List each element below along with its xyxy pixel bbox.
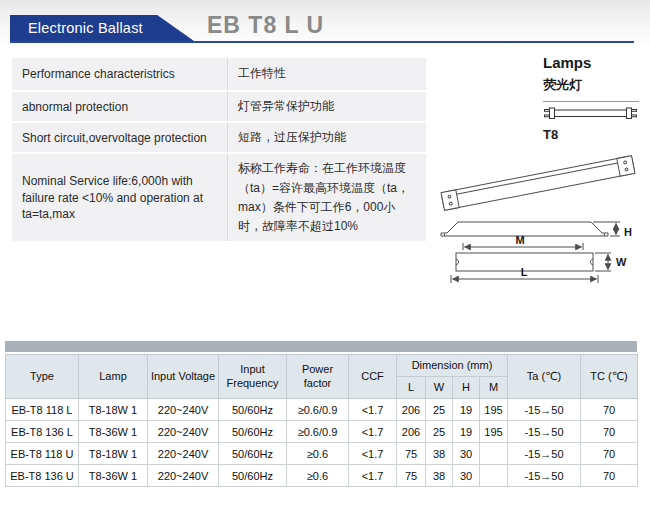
cell-frequency: 50/60Hz: [219, 465, 287, 487]
dim-label-h: H: [624, 226, 632, 238]
perf-cell-en: abnormal protection: [12, 92, 228, 121]
ballast-side-view: H: [441, 222, 632, 238]
col-header-type: Type: [6, 355, 79, 399]
cell-dim-w: 25: [426, 399, 453, 421]
table-row: EB-T8 136 U T8-36W 1 220~240V 50/60Hz ≥0…: [6, 465, 638, 487]
cell-dim-h: 30: [453, 443, 480, 465]
cell-ta: -15→50: [508, 421, 581, 443]
cell-dim-l: 206: [397, 421, 426, 443]
lamp-tube: [555, 110, 627, 117]
table-row: Short circuit,overvoltage protection 短路，…: [12, 123, 426, 152]
spec-section: Type Lamp Input Voltage Input Frequency …: [5, 341, 637, 487]
table-row: EB-T8 118 L T8-18W 1 220~240V 50/60Hz ≥0…: [6, 399, 638, 421]
cell-lamp: T8-36W 1: [79, 465, 148, 487]
cell-dim-l: 75: [397, 465, 426, 487]
cell-power-factor: ≥0.6/0.9: [287, 421, 349, 443]
performance-table: Performance characteristrics 工作特性 abnorm…: [12, 56, 426, 243]
lamp-endcap: [550, 108, 555, 119]
cell-lamp: T8-36W 1: [79, 421, 148, 443]
cell-ta: -15→50: [508, 443, 581, 465]
table-row: EB-T8 118 U T8-18W 1 220~240V 50/60Hz ≥0…: [6, 443, 638, 465]
cell-lamp: T8-18W 1: [79, 399, 148, 421]
cell-power-factor: ≥0.6: [287, 465, 349, 487]
table-row: abnormal protection 灯管异常保护功能: [12, 92, 426, 121]
cell-power-factor: ≥0.6/0.9: [287, 399, 349, 421]
col-header-ccf: CCF: [349, 355, 397, 399]
col-header-input-voltage: Input Voltage: [148, 355, 219, 399]
col-header-ta: Ta (℃): [508, 355, 581, 399]
table-top-band: [5, 341, 637, 352]
cell-type: EB-T8 118 L: [6, 399, 79, 421]
cell-ccf: <1.7: [349, 465, 397, 487]
cell-tc: 70: [581, 465, 638, 487]
cell-dim-h: 30: [453, 465, 480, 487]
cell-voltage: 220~240V: [148, 443, 219, 465]
lamp-type-label: T8: [543, 127, 639, 142]
cell-voltage: 220~240V: [148, 399, 219, 421]
cell-dim-w: 25: [426, 421, 453, 443]
perf-header-zh: 工作特性: [228, 58, 426, 90]
cell-type: EB-T8 136 U: [6, 465, 79, 487]
cell-dim-m: 195: [480, 421, 508, 443]
perf-cell-zh: 灯管异常保护功能: [228, 92, 426, 121]
lamp-pin: [545, 115, 550, 117]
table-header-row: Type Lamp Input Voltage Input Frequency …: [6, 355, 638, 377]
divider: [543, 101, 639, 102]
subcol-header-w: W: [426, 377, 453, 399]
cell-dim-m: [480, 443, 508, 465]
page-title: EB T8 L U: [207, 12, 324, 39]
dim-label-m: M: [515, 234, 524, 246]
cell-frequency: 50/60Hz: [219, 421, 287, 443]
perf-cell-zh: 标称工作寿命：在工作环境温度（ta）=容许最高环境温度（ta，max）条件下可工…: [228, 154, 426, 241]
dim-label-l: L: [521, 266, 528, 278]
cell-dim-h: 19: [453, 399, 480, 421]
col-header-power-factor: Power factor: [287, 355, 349, 399]
cell-dim-h: 19: [453, 421, 480, 443]
cell-dim-w: 38: [426, 465, 453, 487]
dim-label-w: W: [616, 256, 627, 268]
cell-type: EB-T8 136 L: [6, 421, 79, 443]
cell-tc: 70: [581, 421, 638, 443]
t8-lamp-icon: [543, 105, 639, 122]
cell-voltage: 220~240V: [148, 421, 219, 443]
cell-ta: -15→50: [508, 465, 581, 487]
cell-ta: -15→50: [508, 399, 581, 421]
table-row: EB-T8 136 L T8-36W 1 220~240V 50/60Hz ≥0…: [6, 421, 638, 443]
ribbon-label: Electronic Ballast: [28, 20, 143, 36]
perf-cell-en: Short circuit,overvoltage protection: [12, 123, 228, 152]
cell-dim-l: 75: [397, 443, 426, 465]
col-header-tc: TC (℃): [581, 355, 638, 399]
ballast-top-view: M W L: [451, 234, 627, 283]
cell-tc: 70: [581, 443, 638, 465]
lamps-title: Lamps: [543, 54, 639, 71]
cell-ccf: <1.7: [349, 399, 397, 421]
datasheet-page: Electronic Ballast EB T8 L U Performance…: [0, 0, 650, 520]
cell-lamp: T8-18W 1: [79, 443, 148, 465]
cell-dim-m: [480, 465, 508, 487]
cell-ccf: <1.7: [349, 421, 397, 443]
cell-voltage: 220~240V: [148, 465, 219, 487]
perf-cell-en: Nominal Service life:6,000h with failure…: [12, 154, 228, 241]
table-row: Performance characteristrics 工作特性: [12, 58, 426, 90]
lamp-pin: [545, 110, 550, 112]
header-underline: [10, 41, 634, 43]
cell-frequency: 50/60Hz: [219, 443, 287, 465]
ballast-dimension-diagram: H M W L: [432, 146, 646, 294]
cell-dim-l: 206: [397, 399, 426, 421]
cell-tc: 70: [581, 399, 638, 421]
perf-cell-zh: 短路，过压保护功能: [228, 123, 426, 152]
cell-type: EB-T8 118 U: [6, 443, 79, 465]
spec-table: Type Lamp Input Voltage Input Frequency …: [5, 354, 638, 487]
perf-header-en: Performance characteristrics: [12, 58, 228, 90]
subcol-header-l: L: [397, 377, 426, 399]
table-row: Nominal Service life:6,000h with failure…: [12, 154, 426, 241]
cell-ccf: <1.7: [349, 443, 397, 465]
lamps-subtitle-zh: 荧光灯: [543, 76, 639, 94]
lamp-pin: [632, 115, 637, 117]
cell-dim-m: 195: [480, 399, 508, 421]
ballast-perspective-view: [441, 156, 635, 211]
col-header-dimension: Dimension (mm): [397, 355, 508, 377]
col-header-lamp: Lamp: [79, 355, 148, 399]
lamps-section: Lamps 荧光灯 T8: [543, 54, 639, 142]
lamp-endcap: [627, 108, 632, 119]
